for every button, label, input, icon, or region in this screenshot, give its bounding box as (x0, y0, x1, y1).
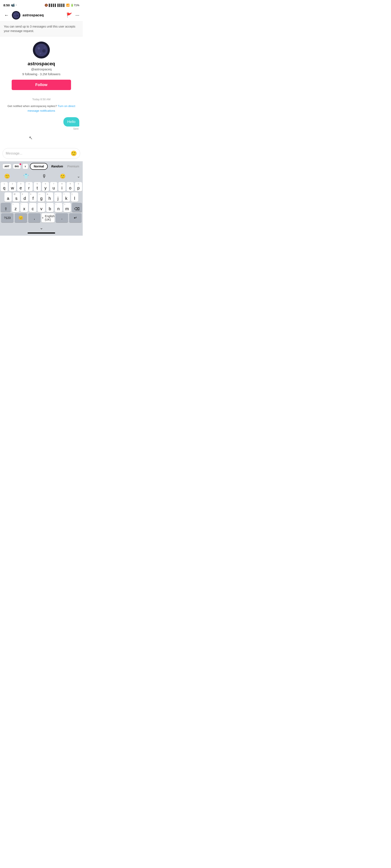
message-request-banner: You can send up to 3 messages until this… (0, 22, 83, 36)
keyboard-collapse-button[interactable]: ⌄ (77, 174, 80, 179)
chat-area: Today 8:50 AM Get notified when astrospa… (0, 93, 83, 147)
back-button[interactable]: ← (3, 12, 10, 19)
keyboard-row-1: 1q 2w 3e 4r 5t 6y 7u 8i 9o 0p (1, 182, 82, 191)
key-a[interactable]: a (4, 192, 12, 202)
chat-header: ← astrospaceq 🚩 ··· (0, 9, 83, 22)
keyboard-emoji-icon[interactable]: 🙂 (3, 173, 12, 180)
key-j[interactable]: –j (54, 192, 61, 202)
keyboard-style-bar: ART BIG ∨ Normal Random Premium (0, 161, 83, 172)
svg-point-3 (17, 15, 18, 17)
message-row: Hello (3, 117, 79, 126)
key-n[interactable]: !n (55, 203, 62, 212)
key-u[interactable]: 7u (50, 182, 57, 191)
keyboard-clothes-icon[interactable]: 👕 (22, 173, 31, 180)
key-b[interactable]: ;b (46, 203, 54, 212)
svg-point-11 (40, 53, 41, 54)
key-t[interactable]: 5t (34, 182, 41, 191)
key-s[interactable]: @s (13, 192, 20, 202)
red-dot-indicator (20, 163, 21, 165)
numbers-key[interactable]: ?123 (1, 213, 13, 222)
status-time: 8:50 📹 · (3, 3, 17, 7)
key-x[interactable]: "x (20, 203, 28, 212)
input-bar: 🙂 (3, 148, 80, 159)
message-input[interactable] (6, 152, 70, 155)
normal-style-button[interactable]: Normal (30, 163, 48, 170)
shift-key[interactable]: ⇧ (1, 203, 11, 212)
header-username: astrospaceq (23, 13, 64, 18)
random-style-button[interactable]: Random (50, 163, 65, 169)
key-o[interactable]: 9o (67, 182, 74, 191)
flag-icon[interactable]: 🚩 (66, 12, 72, 18)
message-bubble: Hello (63, 117, 79, 126)
key-m[interactable]: ?m (63, 203, 71, 212)
big-button[interactable]: BIG (13, 164, 21, 169)
keyboard-row-4: ?123 😊 , 🎙 English (UK) . ↵ (1, 213, 82, 222)
svg-point-8 (35, 44, 48, 56)
emoji-key[interactable]: 😊 (14, 213, 27, 222)
key-l[interactable]: (l (71, 192, 78, 202)
svg-point-10 (42, 49, 46, 53)
key-p[interactable]: 0p (75, 182, 82, 191)
keyboard-row-2: a @s #d £f —g &h –j +k (l (1, 192, 82, 202)
key-v[interactable]: :v (37, 203, 45, 212)
premium-style-button[interactable]: Premium (66, 163, 80, 169)
key-w[interactable]: 2w (9, 182, 16, 191)
keyboard-emoji-row: 🙂 👕 🎙 🙂 ⌄ (0, 172, 83, 181)
keyboard-face-icon[interactable]: 🙂 (58, 173, 67, 180)
key-c[interactable]: 'c (29, 203, 36, 212)
bottom-chevron-icon[interactable]: ⌄ (40, 225, 43, 230)
key-f[interactable]: £f (29, 192, 37, 202)
avatar[interactable] (12, 11, 20, 20)
key-e[interactable]: 3e (17, 182, 24, 191)
keyboard-mic-icon[interactable]: 🎙 (40, 173, 48, 180)
key-r[interactable]: 4r (25, 182, 33, 191)
key-h[interactable]: &h (46, 192, 53, 202)
home-bar (28, 232, 55, 234)
svg-point-5 (18, 13, 19, 14)
more-icon[interactable]: ··· (76, 12, 79, 18)
status-bar: 8:50 📹 · 🔕 ▌▌▌▌ ▌▌▌▌ 📶 🔋 71% (0, 0, 83, 9)
sticker-button[interactable]: 🙂 (70, 151, 77, 156)
keyboard-row-3: ⇧ *z "x 'c :v ;b !n ?m ⌫ (1, 203, 82, 212)
chat-timestamp: Today 8:50 AM (3, 98, 79, 101)
follow-button[interactable]: Follow (12, 80, 71, 90)
svg-point-2 (14, 14, 16, 15)
space-key[interactable]: 🎙 English (UK) (41, 213, 55, 222)
profile-avatar[interactable] (33, 41, 50, 59)
period-key[interactable]: . (56, 213, 68, 222)
cursor-area: ↖ (3, 134, 79, 142)
sent-label: Sent (3, 127, 79, 130)
key-d[interactable]: #d (21, 192, 28, 202)
key-i[interactable]: 8i (58, 182, 65, 191)
key-q[interactable]: 1q (1, 182, 8, 191)
key-y[interactable]: 6y (42, 182, 49, 191)
bottom-chevron[interactable]: ⌄ (0, 224, 83, 231)
profile-stats: 9 following · 3.2M followers (22, 72, 60, 76)
art-button[interactable]: ART (3, 164, 11, 169)
profile-section: astrospaceq @astrospaceq 9 following · 3… (0, 36, 83, 93)
svg-point-9 (37, 47, 40, 50)
profile-name: astrospaceq (28, 61, 55, 66)
chevron-button[interactable]: ∨ (23, 164, 28, 169)
key-z[interactable]: *z (12, 203, 19, 212)
delete-key[interactable]: ⌫ (72, 203, 82, 212)
return-key[interactable]: ↵ (69, 213, 82, 222)
svg-point-12 (44, 46, 46, 49)
cursor-arrow-icon: ↖ (29, 135, 33, 141)
key-k[interactable]: +k (63, 192, 70, 202)
header-actions: 🚩 ··· (66, 12, 79, 18)
keyboard-keys: 1q 2w 3e 4r 5t 6y 7u 8i 9o 0p a @s #d £f… (0, 181, 83, 224)
key-g[interactable]: —g (38, 192, 45, 202)
battery-icon: 🔋 71% (70, 4, 79, 7)
comma-key[interactable]: , (28, 213, 41, 222)
home-indicator (0, 231, 83, 236)
notification-prompt: Get notified when astrospaceq replies? T… (3, 104, 79, 113)
profile-handle: @astrospaceq (31, 67, 52, 71)
svg-point-4 (15, 17, 16, 18)
status-icons: 🔕 ▌▌▌▌ ▌▌▌▌ 📶 🔋 71% (44, 4, 79, 7)
